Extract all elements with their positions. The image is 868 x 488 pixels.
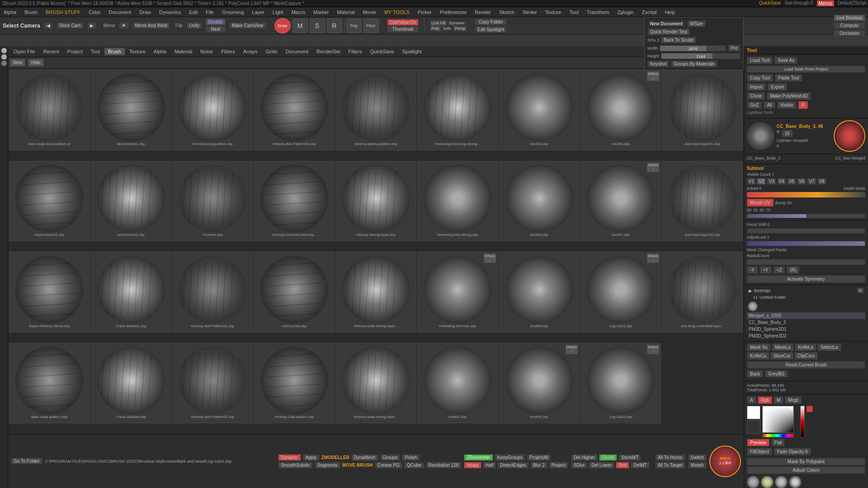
load-tool-btn[interactable]: Load Tool bbox=[747, 56, 773, 64]
knife-cut-btn[interactable]: KnifeCu bbox=[747, 352, 769, 360]
brush-item[interactable]: Ash-rough-base-pattern.zl bbox=[9, 70, 90, 150]
switch-btn[interactable]: Switch bbox=[688, 454, 707, 461]
menu-preferences[interactable]: Preferences bbox=[438, 9, 468, 16]
crease-pg-btn[interactable]: Crease PG bbox=[375, 462, 402, 469]
brush-item[interactable]: Ash-base-layer01.zbp bbox=[662, 70, 743, 150]
tab-renderset[interactable]: RenderSet bbox=[313, 48, 344, 55]
fill-object-btn[interactable]: FillObject bbox=[747, 448, 772, 455]
detect-edges-btn[interactable]: DetectEdges bbox=[497, 462, 528, 469]
fade-opacity-btn[interactable]: Fade Opacity 0 bbox=[774, 448, 811, 455]
polish-btn[interactable]: Polish bbox=[402, 454, 420, 461]
solo-btn[interactable]: Solo bbox=[442, 26, 453, 31]
menu-picker[interactable]: Picker bbox=[416, 9, 434, 16]
mirror-and-weld-btn[interactable]: Mirror And Weld bbox=[132, 22, 170, 29]
copy-folder-btn[interactable]: Copy Folder bbox=[475, 19, 507, 25]
menu-document[interactable]: Document bbox=[107, 9, 133, 16]
v3-btn[interactable]: V3 bbox=[767, 178, 776, 185]
tab-arrays[interactable]: Arrays bbox=[240, 48, 261, 55]
bump-slider[interactable] bbox=[747, 214, 865, 218]
menu-texture[interactable]: Texture bbox=[543, 9, 563, 16]
load-from-project-btn[interactable]: Load Tools From Project bbox=[747, 66, 865, 73]
clip-curve-btn[interactable]: ClipCurv bbox=[794, 352, 818, 360]
unify-btn[interactable]: Unify bbox=[186, 22, 202, 29]
next-btn[interactable]: Next bbox=[206, 26, 226, 33]
export-btn[interactable]: Export bbox=[768, 83, 787, 91]
brush-item[interactable]: DRAG↓knot06.zbp bbox=[580, 70, 661, 150]
tab-brush[interactable]: Brush bbox=[104, 48, 125, 55]
all-to-target-bottom-btn[interactable]: All To Target bbox=[655, 462, 685, 469]
morph-uv-btn[interactable]: Morph UV bbox=[747, 199, 774, 206]
imbed-slider[interactable] bbox=[747, 192, 865, 197]
left-tool-1[interactable] bbox=[1, 48, 7, 53]
scale-mode-btn[interactable]: S bbox=[310, 19, 325, 33]
select-re-btn[interactable]: KnifeLa bbox=[795, 343, 816, 351]
menu-alpha[interactable]: Alpha bbox=[2, 9, 18, 16]
select-la-btn[interactable]: SelectLa bbox=[817, 343, 841, 351]
tab-open-file[interactable]: Open File bbox=[10, 48, 39, 55]
quick-save-btn[interactable]: QuickSave bbox=[759, 0, 781, 6]
brush-item[interactable]: Hickory-wide-strong-layer... bbox=[335, 343, 416, 424]
occlusion-btn[interactable]: Occlusion bbox=[834, 30, 865, 37]
all-btn[interactable]: All bbox=[764, 101, 775, 109]
thumbnail-btn[interactable]: Thumbnail bbox=[387, 26, 419, 33]
blur-btn[interactable]: Blur 2 bbox=[530, 462, 547, 469]
mask-su-btn[interactable]: Mask Su bbox=[747, 343, 771, 351]
menu-color[interactable]: Color bbox=[87, 9, 102, 16]
skin-shade-swatch[interactable] bbox=[747, 476, 760, 488]
brush-item[interactable]: Hickory-controlled-line-lay... bbox=[254, 161, 335, 242]
z-remesher-btn[interactable]: ZRemesher bbox=[464, 454, 493, 461]
menu-draw[interactable]: Draw bbox=[137, 9, 153, 16]
persp-btn[interactable]: Persp bbox=[453, 26, 467, 31]
radial-slider[interactable] bbox=[747, 259, 865, 265]
segments-btn[interactable]: Segments bbox=[315, 462, 340, 469]
make-cam-view-btn[interactable]: Make CamView bbox=[229, 22, 266, 29]
edit-spotlight-btn[interactable]: Edit Spotlight bbox=[475, 26, 507, 33]
brush-item[interactable]: Hickory-flat.zbp bbox=[254, 252, 335, 333]
dyna-mesh-btn[interactable]: DynaMesh bbox=[351, 454, 378, 461]
copy-tool-btn[interactable]: Copy Tool bbox=[747, 74, 773, 82]
flat-btn[interactable]: Flat bbox=[771, 439, 785, 446]
groups-btn[interactable]: Groups bbox=[380, 454, 401, 461]
neg-y-btn[interactable]: -Y bbox=[747, 266, 758, 274]
clone-btn[interactable]: Clone bbox=[747, 92, 765, 100]
project-all-btn[interactable]: ProjectAll bbox=[527, 454, 551, 461]
brush-item[interactable]: knot04.zbp bbox=[499, 252, 580, 333]
brush-item[interactable]: Furrows-long-pattern.zbp bbox=[172, 70, 253, 150]
back-to-sculpt-btn[interactable]: Back To Sculpt bbox=[661, 37, 696, 43]
menu-edit[interactable]: Edit bbox=[187, 9, 199, 16]
half-btn[interactable]: Half bbox=[483, 462, 496, 469]
brush-item[interactable]: Hickory-spikey-pattern.zbp bbox=[335, 70, 416, 150]
menu-macro[interactable]: Macro bbox=[290, 9, 307, 16]
hide-brush-btn[interactable]: Hide bbox=[28, 59, 44, 66]
brush-item[interactable]: Bark-scale-pattern.zbp bbox=[9, 343, 90, 424]
left-tool-2[interactable] bbox=[1, 54, 7, 60]
sat-slider[interactable] bbox=[800, 406, 805, 437]
primary-color-swatch[interactable] bbox=[747, 406, 760, 419]
v7-btn[interactable]: V7 bbox=[807, 178, 816, 185]
pab-land-swatch[interactable] bbox=[761, 476, 774, 488]
menu-marker[interactable]: Marker bbox=[311, 9, 330, 16]
brush-item[interactable]: Hickory-Ash-Pattern03.zbp bbox=[254, 70, 335, 150]
m-btn[interactable]: M bbox=[774, 396, 783, 404]
menu-render[interactable]: Render bbox=[473, 9, 493, 16]
menu-dynamics[interactable]: Dynamics bbox=[157, 9, 183, 16]
tab-recent[interactable]: Recent bbox=[40, 48, 63, 55]
transp-btn[interactable]: Trsp bbox=[346, 19, 362, 33]
store-cam-btn[interactable]: Store Cam bbox=[57, 22, 84, 29]
tab-quicksave[interactable]: QuickSave bbox=[367, 48, 398, 55]
v4-btn[interactable]: V4 bbox=[777, 178, 786, 185]
store-mt-btn[interactable]: StoreMT bbox=[618, 454, 641, 461]
floor-btn[interactable]: Floor bbox=[363, 19, 379, 33]
rgb-mode-btn[interactable]: Rgb bbox=[758, 396, 772, 404]
adjust-slider[interactable] bbox=[747, 241, 865, 246]
menu-my-tools[interactable]: MY TOOLS bbox=[382, 9, 411, 16]
brush-item[interactable]: Hickory-Ash-Pattern02.zbp bbox=[172, 343, 253, 424]
num16-btn[interactable]: 16 bbox=[782, 130, 793, 137]
brush-item[interactable]: Hollowing-tree-strong.zbp bbox=[417, 161, 498, 242]
brush-item[interactable]: Hickory-strong-base.zbp bbox=[335, 161, 416, 242]
brush-item[interactable]: DRAG↓Log-cut01.zbp bbox=[580, 252, 661, 333]
compute-btn[interactable]: Compute bbox=[834, 22, 865, 29]
qcube-btn[interactable]: QCube bbox=[404, 462, 424, 469]
del-lower-btn[interactable]: Del Lower bbox=[589, 462, 614, 469]
slice-cut-btn[interactable]: SliceCut bbox=[770, 352, 793, 360]
